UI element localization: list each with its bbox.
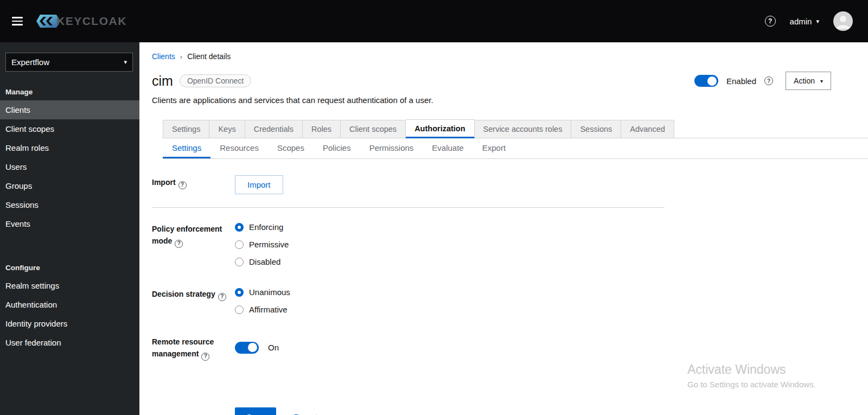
help-glyph: ? xyxy=(767,78,770,84)
breadcrumb-clients-link[interactable]: Clients xyxy=(152,52,175,61)
tab-client-scopes[interactable]: Client scopes xyxy=(341,120,406,138)
avatar[interactable] xyxy=(833,11,853,31)
client-tabs: Settings Keys Credentials Roles Client s… xyxy=(163,119,868,138)
tab-credentials[interactable]: Credentials xyxy=(245,120,303,138)
breadcrumb: Clients › Client details xyxy=(152,52,831,61)
title-actions: Enabled ? Action ▾ xyxy=(694,72,831,90)
help-glyph: ? xyxy=(177,239,181,248)
sidebar: Expertflow ▾ Manage Clients Client scope… xyxy=(0,42,139,415)
tab-advanced[interactable]: Advanced xyxy=(621,120,674,138)
sidebar-item-identity-providers[interactable]: Identity providers xyxy=(0,314,139,333)
sidebar-item-clients[interactable]: Clients xyxy=(0,100,139,119)
tab-service-accounts-roles[interactable]: Service accounts roles xyxy=(475,120,572,138)
help-glyph: ? xyxy=(220,292,224,301)
revert-button[interactable]: Revert xyxy=(293,412,317,415)
tab-authorization[interactable]: Authorization xyxy=(406,119,474,138)
decision-strategy-row: Decision strategy? Unanimous Affirmative xyxy=(152,287,665,314)
remote-resource-toggle[interactable] xyxy=(235,342,259,354)
radio-label: Enforcing xyxy=(249,222,283,232)
protocol-badge: OpenID Connect xyxy=(180,74,251,87)
chevron-down-icon: ▾ xyxy=(816,18,819,25)
radio-enforcing[interactable]: Enforcing xyxy=(235,222,665,232)
username: admin xyxy=(790,17,812,26)
user-icon xyxy=(833,11,853,31)
policy-help-icon[interactable]: ? xyxy=(175,240,183,248)
radio-unanimous[interactable]: Unanimous xyxy=(235,288,665,297)
form-actions-row: Save Revert xyxy=(152,381,665,415)
sidebar-item-sessions[interactable]: Sessions xyxy=(0,195,139,214)
enabled-help-icon[interactable]: ? xyxy=(764,76,773,85)
nav-section-configure: Configure xyxy=(5,264,139,272)
subtab-settings[interactable]: Settings xyxy=(163,138,210,158)
policy-enforcement-label: Policy enforcement mode? xyxy=(152,222,228,266)
section-divider xyxy=(152,207,665,208)
subtab-scopes[interactable]: Scopes xyxy=(268,138,314,158)
page-description: Clients are applications and services th… xyxy=(152,95,831,105)
tab-sessions[interactable]: Sessions xyxy=(571,120,621,138)
radio-unselected-icon xyxy=(235,305,244,314)
decision-radio-group: Unanimous Affirmative xyxy=(235,287,665,314)
radio-disabled[interactable]: Disabled xyxy=(235,257,665,266)
radio-label: Unanimous xyxy=(249,288,290,297)
tab-keys[interactable]: Keys xyxy=(209,120,245,138)
decision-strategy-label: Decision strategy? xyxy=(152,287,228,314)
authorization-settings-form: Import? Import Policy enforcement mode? … xyxy=(152,175,665,415)
help-icon[interactable]: ? xyxy=(765,16,776,27)
radio-selected-icon xyxy=(235,288,244,297)
import-button[interactable]: Import xyxy=(235,175,283,194)
logo-text: KEYCLOAK xyxy=(56,15,127,28)
radio-selected-icon xyxy=(235,223,244,232)
remote-resource-label: Remote resource management? xyxy=(152,335,228,361)
subtab-permissions[interactable]: Permissions xyxy=(360,138,423,158)
action-dropdown-button[interactable]: Action ▾ xyxy=(786,72,831,90)
subtab-resources[interactable]: Resources xyxy=(210,138,268,158)
remote-help-icon[interactable]: ? xyxy=(201,353,209,361)
top-header: KEYCLOAK ? admin ▾ xyxy=(0,0,868,42)
import-label: Import? xyxy=(152,175,228,194)
radio-permissive[interactable]: Permissive xyxy=(235,240,665,249)
title-row: cim OpenID Connect Enabled ? Action ▾ xyxy=(152,72,831,90)
realm-selector[interactable]: Expertflow ▾ xyxy=(5,53,133,72)
help-glyph: ? xyxy=(181,181,184,189)
remote-resource-row: Remote resource management? On xyxy=(152,335,665,361)
chevron-down-icon: ▾ xyxy=(124,59,127,66)
sidebar-item-users[interactable]: Users xyxy=(0,157,139,176)
realm-name: Expertflow xyxy=(11,58,49,67)
sidebar-item-authentication[interactable]: Authentication xyxy=(0,295,139,314)
main-content: Clients › Client details cim OpenID Conn… xyxy=(139,42,868,415)
policy-enforcement-row: Policy enforcement mode? Enforcing Permi… xyxy=(152,222,665,266)
sidebar-item-user-federation[interactable]: User federation xyxy=(0,333,139,352)
radio-unselected-icon xyxy=(235,258,244,266)
enabled-toggle[interactable] xyxy=(694,75,718,87)
sidebar-item-realm-settings[interactable]: Realm settings xyxy=(0,276,139,295)
radio-unselected-icon xyxy=(235,240,244,249)
subtab-evaluate[interactable]: Evaluate xyxy=(423,138,473,158)
header-actions: ? admin ▾ xyxy=(765,11,853,31)
radio-affirmative[interactable]: Affirmative xyxy=(235,305,665,314)
radio-label: Disabled xyxy=(249,257,280,266)
enabled-label: Enabled xyxy=(726,76,756,86)
keycloak-logo: KEYCLOAK xyxy=(36,14,127,28)
page-title: cim xyxy=(152,73,173,89)
decision-help-icon[interactable]: ? xyxy=(218,293,226,301)
sidebar-item-realm-roles[interactable]: Realm roles xyxy=(0,138,139,157)
help-glyph: ? xyxy=(768,17,772,25)
sidebar-item-groups[interactable]: Groups xyxy=(0,176,139,195)
sidebar-item-events[interactable]: Events xyxy=(0,214,139,233)
toggle-knob xyxy=(248,343,257,352)
subtab-export[interactable]: Export xyxy=(473,138,515,158)
authorization-subtabs: Settings Resources Scopes Policies Permi… xyxy=(163,138,868,159)
subtab-policies[interactable]: Policies xyxy=(314,138,360,158)
nav-section-manage: Manage xyxy=(5,88,139,96)
save-button[interactable]: Save xyxy=(235,407,276,415)
help-glyph: ? xyxy=(204,352,207,361)
tab-roles[interactable]: Roles xyxy=(303,120,341,138)
import-help-icon[interactable]: ? xyxy=(178,181,187,189)
hamburger-menu-button[interactable] xyxy=(7,11,28,31)
policy-radio-group: Enforcing Permissive Disabled xyxy=(235,222,665,266)
tab-settings[interactable]: Settings xyxy=(163,120,209,138)
sidebar-item-client-scopes[interactable]: Client scopes xyxy=(0,119,139,138)
breadcrumb-current: Client details xyxy=(187,52,231,61)
user-menu-button[interactable]: admin ▾ xyxy=(790,17,819,26)
import-row: Import? Import xyxy=(152,175,665,194)
